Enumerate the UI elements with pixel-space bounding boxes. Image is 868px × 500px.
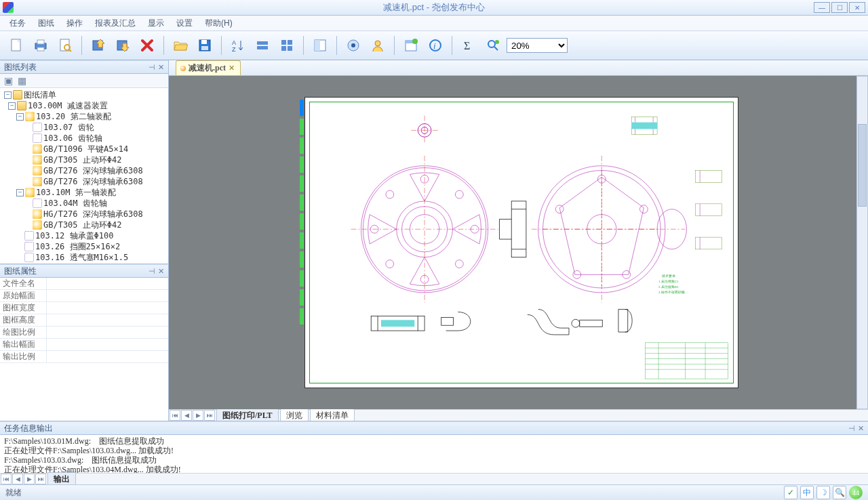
nav-first-icon[interactable]: ⏮ xyxy=(1,474,12,484)
tree-node[interactable]: GB/T305 止动环Φ42 xyxy=(0,220,168,230)
panel-close-icon[interactable]: ✕ xyxy=(158,267,164,276)
tree-node[interactable]: HG/T276 深沟球轴承6308 xyxy=(0,209,168,220)
tree-node-label: 103.20 第二轴装配 xyxy=(36,111,111,123)
minimize-button[interactable]: — xyxy=(814,2,830,13)
status-bar: 就绪 ✓ 中 ☽ 🔍 44 xyxy=(0,484,868,500)
nav-first-icon[interactable]: ⏮ xyxy=(170,410,180,421)
sum-button[interactable]: Σ xyxy=(458,35,479,56)
print-button[interactable] xyxy=(30,35,52,56)
tray-search-icon[interactable]: 🔍 xyxy=(833,486,846,499)
tray-moon-icon[interactable]: ☽ xyxy=(816,486,830,499)
folder-icon xyxy=(13,90,22,100)
menu-drawings[interactable]: 图纸 xyxy=(34,16,58,30)
tray-badge[interactable]: 44 xyxy=(849,486,863,499)
export-button[interactable] xyxy=(112,35,134,56)
plotter-button[interactable] xyxy=(342,35,364,56)
property-row[interactable]: 输出幅面 xyxy=(0,339,168,351)
panel-pin-icon[interactable]: ⊣ xyxy=(848,424,855,433)
delete-button[interactable] xyxy=(136,35,158,56)
svg-point-49 xyxy=(555,205,564,213)
print-preview-button[interactable] xyxy=(54,35,76,56)
tree-collapse-icon[interactable]: ▣ xyxy=(3,75,14,86)
nav-prev-icon[interactable]: ◀ xyxy=(12,474,23,484)
layout-grid-button[interactable] xyxy=(276,35,298,56)
tree-node[interactable]: 103.04M 齿轮轴 xyxy=(0,198,168,209)
panel-close-icon[interactable]: ✕ xyxy=(158,63,164,72)
svg-rect-20 xyxy=(315,40,320,51)
tree-node[interactable]: −103.10M 第一轴装配 xyxy=(0,187,168,198)
user-button[interactable] xyxy=(367,35,389,56)
menu-view[interactable]: 显示 xyxy=(144,16,168,30)
menu-settings[interactable]: 设置 xyxy=(172,16,197,30)
close-button[interactable]: ✕ xyxy=(849,2,865,13)
tree-node[interactable]: GB/T276 深沟球轴承6308 xyxy=(0,165,168,176)
nav-next-icon[interactable]: ▶ xyxy=(193,410,203,421)
layout-h-button[interactable] xyxy=(252,35,273,56)
sheet-strip[interactable] xyxy=(299,97,304,388)
tree-expand-icon[interactable]: ▦ xyxy=(16,75,27,86)
menu-operations[interactable]: 操作 xyxy=(62,16,87,30)
property-key: 原始幅面 xyxy=(0,290,47,301)
zoom-select[interactable]: 20% xyxy=(507,38,568,53)
property-row[interactable]: 图框高度 xyxy=(0,314,168,327)
panel-pin-icon[interactable]: ⊣ xyxy=(149,63,155,72)
tree-node[interactable]: 103.26 挡圈25×16×2 xyxy=(0,241,168,252)
open-folder-button[interactable] xyxy=(170,35,191,56)
page-setup-button[interactable] xyxy=(309,35,331,56)
panel-close-icon[interactable]: ✕ xyxy=(858,424,864,433)
tree-toggle-icon[interactable]: − xyxy=(16,113,24,121)
tree-node[interactable]: 103.12 轴承盖Φ100 xyxy=(0,230,168,241)
nav-next-icon[interactable]: ▶ xyxy=(24,474,35,484)
new-file-button[interactable] xyxy=(5,35,27,56)
calendar-button[interactable] xyxy=(400,35,422,56)
document-tab[interactable]: 减速机.pct ✕ xyxy=(176,60,241,75)
tree-node[interactable]: GB/T1096 平键A5×14 xyxy=(0,144,168,154)
tree-node[interactable]: −103.00M 减速器装置 xyxy=(0,100,168,111)
tree-node-label: GB/T305 止动环Φ42 xyxy=(43,220,121,231)
svg-rect-59 xyxy=(695,237,722,249)
nav-last-icon[interactable]: ⏭ xyxy=(204,410,215,421)
part-icon xyxy=(24,242,34,251)
svg-text:2.未注圆角R2: 2.未注圆角R2 xyxy=(658,285,679,289)
nav-last-icon[interactable]: ⏭ xyxy=(35,474,46,484)
tree-toggle-icon[interactable]: − xyxy=(8,102,16,110)
tree-node[interactable]: −103.20 第二轴装配 xyxy=(0,111,168,122)
property-row[interactable]: 输出比例 xyxy=(0,351,168,363)
tree-node[interactable]: GB/T276 深沟球轴承6308 xyxy=(0,176,168,187)
tab-close-icon[interactable]: ✕ xyxy=(229,64,235,72)
svg-rect-3 xyxy=(37,47,44,51)
menu-tasks[interactable]: 任务 xyxy=(5,16,30,30)
tree-node[interactable]: 103.07 齿轮 xyxy=(0,122,168,133)
menu-help[interactable]: 帮助(H) xyxy=(201,16,237,30)
viewport-nav: ⏮ ◀ ▶ ⏭ 图纸打印/PLT 浏览 材料清单 xyxy=(169,409,868,421)
info-button[interactable]: i xyxy=(425,35,446,56)
nav-prev-icon[interactable]: ◀ xyxy=(181,410,192,421)
properties-grid[interactable]: 文件全名原始幅面图框宽度图框高度绘图比例输出幅面输出比例 xyxy=(0,278,168,421)
panel-pin-icon[interactable]: ⊣ xyxy=(149,267,155,276)
sort-button[interactable]: AZ xyxy=(227,35,249,56)
property-row[interactable]: 文件全名 xyxy=(0,278,168,290)
tree-node[interactable]: 103.16 透气塞M16×1.5 xyxy=(0,252,168,263)
zoom-tool-button[interactable] xyxy=(482,35,504,56)
maximize-button[interactable]: ☐ xyxy=(831,2,848,13)
drawing-tree[interactable]: −图纸清单−103.00M 减速器装置−103.20 第二轴装配103.07 齿… xyxy=(0,88,168,264)
property-row[interactable]: 原始幅面 xyxy=(0,290,168,302)
import-button[interactable] xyxy=(87,35,109,56)
drawing-canvas[interactable]: 技术要求1.未注倒角C12.未注圆角R23.铸件不得有砂眼 xyxy=(169,76,868,409)
tree-toggle-icon[interactable]: − xyxy=(16,189,24,196)
canvas-v-scrollbar[interactable] xyxy=(856,76,868,409)
tree-node[interactable]: 103.06 齿轮轴 xyxy=(0,133,168,144)
tray-check-icon[interactable]: ✓ xyxy=(784,486,797,499)
menu-reports[interactable]: 报表及汇总 xyxy=(91,16,140,30)
tree-node-label: GB/T1096 平键A5×14 xyxy=(43,144,128,155)
property-row[interactable]: 图框宽度 xyxy=(0,302,168,314)
save-button[interactable] xyxy=(194,35,216,56)
tray-ime-icon[interactable]: 中 xyxy=(800,486,814,499)
property-key: 图框宽度 xyxy=(0,302,47,314)
tree-node[interactable]: −图纸清单 xyxy=(0,89,168,100)
property-row[interactable]: 绘图比例 xyxy=(0,327,168,339)
svg-text:Σ: Σ xyxy=(464,40,470,51)
output-log[interactable]: F:\Samples\103.01M.dwg: 图纸信息提取成功 正在处理文件F… xyxy=(0,435,868,473)
tree-node[interactable]: GB/T305 止动环Φ42 xyxy=(0,154,168,165)
tree-toggle-icon[interactable]: − xyxy=(4,91,12,99)
